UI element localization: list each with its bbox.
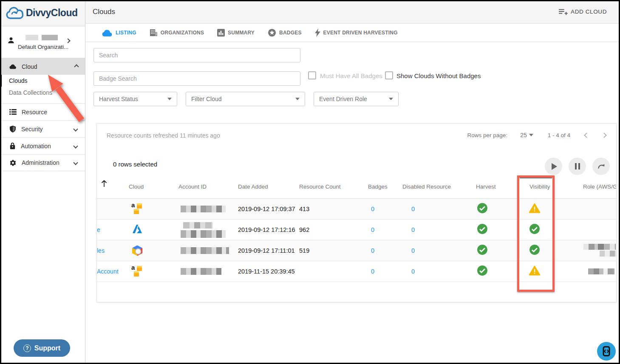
harvest-ok-icon [477,203,488,215]
sort-ascending-icon[interactable] [101,180,108,188]
harvest-ok-icon [477,223,488,236]
tab-listing[interactable]: LISTING [102,29,136,37]
aws-icon: a [131,202,144,216]
must-have-all-badges-checkbox[interactable] [308,71,316,79]
sidebar-item-administration[interactable]: Administration [0,154,85,171]
censored-account-id [181,247,229,254]
org-selector[interactable]: Default Organizati... [0,26,85,58]
badges-link[interactable]: 0 [371,206,374,212]
sidebar-item-cloud[interactable]: Cloud [0,58,85,75]
chevron-right-icon [65,38,70,43]
playlist-add-icon [558,8,568,16]
column-header-account-id[interactable]: Account ID [178,183,207,190]
show-clouds-without-badges-checkbox[interactable] [385,71,393,79]
rows-per-page-label: Rows per page: [467,132,508,138]
badge-search-input[interactable]: Badge Search [93,71,300,86]
sidebar-item-label: Clouds [9,77,28,84]
date-added: 2019-11-15 20:39:45 [238,268,295,275]
disabled-resource-link[interactable]: 0 [411,247,415,254]
column-header-date-added[interactable]: Date Added [238,183,268,190]
gcp-icon [132,245,143,256]
tab-label: BADGES [279,30,302,36]
cloud-name-link[interactable]: Account [97,268,119,275]
column-header-resource-count[interactable]: Resource Count [299,183,341,190]
caret-down-icon[interactable] [529,134,533,136]
disabled-resource-link[interactable]: 0 [411,206,415,212]
resume-harvest-button[interactable] [545,158,562,175]
annotation-highlight-rectangle [517,175,555,292]
play-icon [552,163,557,170]
sidebar: DivvyCloud Default Organizati... Cloud C… [0,0,85,364]
add-cloud-button[interactable]: ADD CLOUD [558,8,607,16]
tab-organizations[interactable]: ORGANIZATIONS [150,29,204,37]
add-cloud-label: ADD CLOUD [571,8,607,15]
badges-link[interactable]: 0 [371,268,374,275]
censored-account-id [181,268,221,275]
previous-page-button[interactable] [584,133,589,138]
page-range: 1 - 4 of 4 [548,132,570,138]
column-header-cloud[interactable]: Cloud [129,183,144,190]
search-placeholder: Search [99,52,118,59]
tab-summary[interactable]: SUMMARY [217,29,255,37]
tab-event-driven-harvesting[interactable]: EVENT DRIVEN HARVESTING [315,28,398,37]
shield-icon [9,125,16,133]
sidebar-item-data-collections[interactable]: Data Collections [0,87,85,99]
person-icon [7,36,15,45]
org-label: Default Organizati... [18,44,68,50]
sidebar-item-label: Automation [21,143,74,150]
chevron-down-icon [73,160,78,165]
page-title: Clouds [93,8,115,16]
badges-link[interactable]: 0 [371,247,374,254]
next-page-button[interactable] [601,133,607,138]
cloud-name-link[interactable]: e [97,226,100,233]
tab-label: ORGANIZATIONS [161,30,204,36]
dev-widget-button[interactable] [597,342,616,361]
disabled-resource-link[interactable]: 0 [411,268,415,275]
dropdown-label: Filter Cloud [191,96,222,102]
event-driven-role-dropdown[interactable]: Event Driven Role [314,92,399,106]
censored-account-id [181,206,226,212]
resource-count: 519 [299,247,309,254]
sidebar-item-resource[interactable]: Resource [0,103,85,120]
column-header-harvest[interactable]: Harvest [476,183,496,190]
brand-name: DivvyCloud [26,7,78,19]
badges-link[interactable]: 0 [371,226,374,233]
tab-label: EVENT DRIVEN HARVESTING [323,30,398,36]
sidebar-item-label: Security [21,126,74,133]
topbar: Clouds ADD CLOUD [85,0,620,24]
column-header-badges[interactable]: Badges [368,183,388,190]
column-header-disabled-resource[interactable]: Disabled Resource [402,183,451,190]
chevron-up-icon [74,64,79,69]
dropdown-label: Harvest Status [99,96,138,102]
tab-label: LISTING [116,30,136,36]
divvycloud-logo-icon [6,7,23,20]
date-added: 2019-09-12 17:09:37 [238,206,295,212]
pause-harvest-button[interactable] [569,158,586,175]
gear-icon [9,159,17,166]
lightning-bolt-icon [315,28,320,37]
harvest-ok-icon [477,265,488,278]
cloud-icon [9,64,17,69]
logo-area: DivvyCloud [0,0,85,26]
column-header-role[interactable]: Role (AWS/GC [583,183,617,190]
sidebar-item-automation[interactable]: Automation [0,137,85,154]
tab-badges[interactable]: BADGES [268,28,302,37]
censored-role [583,244,617,257]
disabled-resource-link[interactable]: 0 [411,226,415,233]
date-added: 2019-09-12 17:11:01 [238,247,295,254]
question-icon: ? [23,344,31,352]
filter-cloud-dropdown[interactable]: Filter Cloud [186,92,305,106]
harvest-status-dropdown[interactable]: Harvest Status [93,92,177,106]
rows-per-page-value[interactable]: 25 [520,132,527,138]
cloud-name-link[interactable]: les [97,247,105,254]
azure-icon [132,224,143,236]
sidebar-item-label: Data Collections [9,89,52,96]
reharvest-button[interactable] [592,158,610,175]
search-input[interactable]: Search [93,48,300,62]
support-button[interactable]: ? Support [14,339,70,357]
sidebar-item-security[interactable]: Security [0,120,85,137]
star-badge-icon [268,28,276,37]
sidebar-item-clouds[interactable]: Clouds [0,75,85,87]
censored-account-id [181,222,227,238]
list-icon [9,109,17,115]
